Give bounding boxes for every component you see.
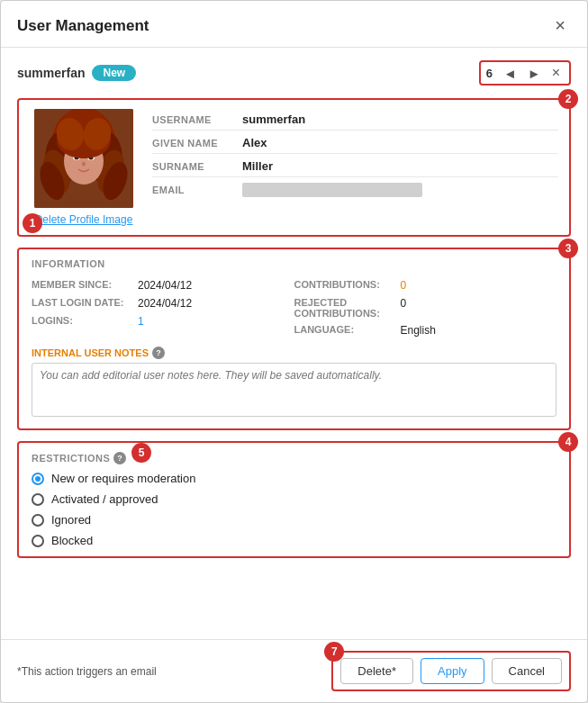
footer-buttons: 7 Delete* Apply Cancel [331,651,571,691]
username-label: USERNAME [152,114,242,125]
language-item: LANGUAGE: English [294,321,557,339]
tab-username: summerfan [17,66,85,80]
nav-close-button[interactable]: × [548,64,564,82]
profile-fields: USERNAME summerfan GIVEN NAME Alex SURNA… [152,109,558,226]
last-login-item: LAST LOGIN DATE: 2024/04/12 [32,294,294,312]
given-name-field-row: GIVEN NAME Alex [152,132,558,154]
radio-circle-activated [32,493,44,506]
radio-circle-new [32,473,44,485]
radio-circle-blocked [32,535,44,547]
user-management-modal: User Management × summerfan New 6 ◄ ► × … [0,0,588,703]
section-4-badge: 4 [558,432,578,452]
restrictions-radio-group: New or requires moderation Activated / a… [32,472,556,547]
profile-image [34,109,133,208]
modal-close-button[interactable]: × [549,14,571,38]
given-name-value: Alex [242,136,558,149]
surname-field-row: SURNAME Miller [152,156,558,177]
email-field-row: EMAIL [152,179,558,201]
svg-point-13 [82,162,86,167]
tab-left: summerfan New [17,65,136,81]
last-login-value: 2024/04/12 [138,297,192,310]
username-field-row: USERNAME summerfan [152,109,558,131]
info-left-col: MEMBER SINCE: 2024/04/12 LAST LOGIN DATE… [32,276,294,339]
given-name-label: GIVEN NAME [152,138,242,149]
language-label: LANGUAGE: [294,324,394,335]
profile-image-column: 1 [30,109,138,226]
last-login-label: LAST LOGIN DATE: [32,297,131,308]
modal-header: User Management × [1,1,587,48]
notes-help-icon[interactable]: ? [152,347,165,359]
modal-footer: *This action triggers an email 7 Delete*… [1,639,587,702]
avatar-svg [34,109,133,208]
delete-button[interactable]: Delete* [340,658,413,684]
member-since-label: MEMBER SINCE: [32,279,131,290]
username-value: summerfan [242,113,558,126]
email-label: EMAIL [152,185,242,195]
rejected-value: 0 [401,297,407,310]
language-value: English [401,324,436,337]
member-since-item: MEMBER SINCE: 2024/04/12 [32,276,294,294]
information-label: INFORMATION [32,258,556,269]
modal-title: User Management [17,17,149,35]
radio-new-moderation[interactable]: New or requires moderation [32,472,556,485]
radio-circle-ignored [32,514,44,527]
member-since-value: 2024/04/12 [138,279,192,292]
nav-prev-button[interactable]: ◄ [500,65,520,82]
contributions-label: CONTRIBUTIONS: [294,279,394,290]
info-right-col: CONTRIBUTIONS: 0 REJECTEDCONTRIBUTIONS: … [294,276,557,339]
restrictions-section: 4 RESTRICTIONS ? 5 New or requires moder… [17,441,571,558]
rejected-contributions-item: REJECTEDCONTRIBUTIONS: 0 [294,294,557,321]
logins-label: LOGINS: [32,315,131,326]
surname-label: SURNAME [152,161,242,172]
footer-note: *This action triggers an email [17,665,157,678]
radio-activated[interactable]: Activated / approved [32,492,556,506]
surname-value: Miller [242,159,558,173]
restrictions-help-icon[interactable]: ? 5 [113,452,126,464]
section-1-badge: 1 [23,213,42,233]
radio-label-ignored: Ignored [51,513,91,527]
apply-button[interactable]: Apply [421,658,484,684]
cancel-button[interactable]: Cancel [492,658,562,684]
modal-body: summerfan New 6 ◄ ► × 2 1 [1,48,587,639]
radio-ignored[interactable]: Ignored [32,513,556,527]
nav-number: 6 [486,67,493,80]
radio-label-blocked: Blocked [51,534,93,547]
logins-item: LOGINS: 1 [32,312,294,330]
delete-profile-link[interactable]: Delete Profile Image [35,213,133,226]
section-2-badge: 2 [558,89,578,109]
info-grid: MEMBER SINCE: 2024/04/12 LAST LOGIN DATE… [32,276,556,339]
contributions-item: CONTRIBUTIONS: 0 [294,276,557,294]
radio-label-activated: Activated / approved [51,492,158,506]
radio-blocked[interactable]: Blocked [32,534,556,547]
section-3-badge: 3 [558,239,578,258]
nav-next-button[interactable]: ► [524,65,545,82]
profile-section: 2 1 [17,98,571,237]
information-section: 3 INFORMATION MEMBER SINCE: 2024/04/12 L… [17,248,571,430]
logins-value: 1 [138,315,144,328]
badge-new: New [92,65,136,81]
radio-label-new: New or requires moderation [51,472,195,485]
email-value [242,183,422,197]
tab-bar: summerfan New 6 ◄ ► × [17,60,571,86]
restrictions-label: RESTRICTIONS ? 5 [32,452,556,464]
notes-label: INTERNAL USER NOTES ? [32,347,556,359]
notes-textarea[interactable] [32,363,556,417]
rejected-label: REJECTEDCONTRIBUTIONS: [294,297,394,319]
contributions-value: 0 [401,279,407,292]
tab-nav: 6 ◄ ► × [479,60,571,86]
